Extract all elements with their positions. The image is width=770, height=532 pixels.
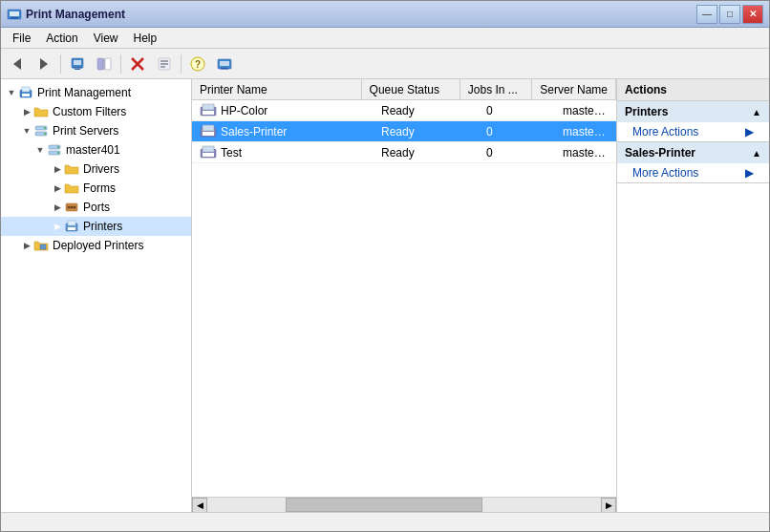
show-hide-button[interactable]	[92, 52, 117, 76]
port-icon	[64, 200, 79, 215]
help-button[interactable]: ?	[185, 52, 210, 76]
expand-forms[interactable]: ▶	[51, 181, 64, 195]
window-icon	[7, 7, 22, 22]
svg-text:?: ?	[195, 59, 201, 70]
col-header-queue-status[interactable]: Queue Status	[362, 79, 460, 99]
actions-section-label-printers: Printers	[625, 105, 668, 118]
toolbar-sep-3	[181, 54, 182, 74]
expand-drivers[interactable]: ▶	[51, 162, 64, 176]
minimize-button[interactable]: —	[696, 5, 717, 24]
svg-point-29	[44, 133, 46, 135]
tree-item-print-servers[interactable]: ▼ Print Servers	[1, 121, 191, 140]
list-item[interactable]: Sales-Printer Ready 0 master401	[192, 121, 616, 142]
tree-label-forms: Forms	[83, 181, 116, 195]
actions-item-printers-more[interactable]: More Actions ▶	[617, 122, 769, 141]
actions-section-sales-printer: Sales-Printer ▲ More Actions ▶	[617, 142, 769, 183]
maximize-button[interactable]: □	[719, 5, 740, 24]
extra-button[interactable]	[212, 52, 237, 76]
actions-title: Actions	[617, 79, 769, 101]
svg-point-37	[74, 206, 76, 209]
list-item[interactable]: HP-Color Ready 0 master401	[192, 100, 616, 121]
delete-button[interactable]	[125, 52, 150, 76]
tree-item-custom-filters[interactable]: ▶ Custom Filters	[1, 102, 191, 121]
list-header: Printer Name Queue Status Jobs In ... Se…	[192, 79, 616, 100]
svg-point-28	[44, 127, 46, 129]
expand-ports[interactable]: ▶	[51, 201, 64, 214]
col-header-server-name[interactable]: Server Name	[532, 79, 616, 99]
actions-item-label: More Actions	[632, 125, 698, 138]
toolbar: ?	[1, 49, 769, 79]
tree-item-printers[interactable]: ▶ Printers	[1, 217, 191, 236]
export-button[interactable]	[152, 52, 177, 76]
server-icon-master401	[47, 142, 62, 158]
printer-icon	[18, 85, 33, 100]
expand-master401[interactable]: ▼	[33, 143, 47, 157]
svg-rect-1	[10, 11, 19, 16]
tree-label-print-management: Print Management	[37, 86, 131, 99]
queue-status: Ready	[374, 123, 479, 140]
svg-rect-49	[203, 146, 214, 152]
svg-rect-10	[105, 58, 111, 70]
scroll-right[interactable]: ▶	[601, 498, 616, 513]
folder-icon-drivers	[64, 161, 79, 177]
tree-item-print-management[interactable]: ▼ Print Management	[1, 83, 191, 102]
tree-item-forms[interactable]: ▶ Forms	[1, 179, 191, 198]
svg-rect-41	[40, 245, 46, 249]
status-bar	[1, 512, 769, 531]
expand-printers[interactable]: ▶	[51, 220, 64, 233]
menu-file[interactable]: File	[5, 30, 38, 47]
expand-print-management[interactable]: ▼	[5, 86, 18, 99]
tree-label-ports: Ports	[83, 201, 110, 214]
col-header-printer-name[interactable]: Printer Name	[192, 79, 362, 99]
jobs-in: 0	[479, 102, 555, 119]
svg-rect-7	[73, 67, 82, 69]
tree-item-drivers[interactable]: ▶ Drivers	[1, 160, 191, 179]
menu-help[interactable]: Help	[126, 30, 165, 47]
svg-rect-50	[203, 153, 214, 157]
forward-button[interactable]	[32, 52, 56, 76]
main-area: ▼ Print Management ▶ Custom Filters ▼	[1, 79, 769, 512]
up-button[interactable]	[65, 52, 90, 76]
actions-section-header-sales-printer[interactable]: Sales-Printer ▲	[617, 142, 769, 163]
arrow-icon-printers: ▶	[745, 125, 754, 138]
tree-label-master401: master401	[66, 143, 120, 157]
svg-rect-21	[220, 61, 229, 66]
chevron-up-printers: ▲	[752, 107, 761, 117]
actions-item-sales-printer-more[interactable]: More Actions ▶	[617, 163, 769, 182]
printer-row-icon	[200, 124, 217, 139]
title-bar: Print Management — □ ✕	[1, 1, 769, 28]
list-item[interactable]: Test Ready 0 master401	[192, 142, 616, 163]
tree-item-deployed-printers[interactable]: ▶ Deployed Printers	[1, 236, 191, 255]
queue-status: Ready	[374, 144, 479, 161]
scroll-left[interactable]: ◀	[192, 498, 207, 513]
folder-icon-custom-filters	[33, 104, 49, 119]
expand-custom-filters[interactable]: ▶	[20, 105, 33, 118]
server-name: master401	[555, 144, 616, 161]
tree-label-drivers: Drivers	[83, 162, 119, 176]
expand-print-servers[interactable]: ▼	[20, 124, 33, 138]
svg-rect-44	[203, 111, 214, 115]
jobs-in: 0	[479, 123, 555, 140]
printer-name: Test	[221, 146, 242, 160]
scroll-track[interactable]	[207, 498, 601, 512]
folder-icon-forms	[64, 181, 79, 196]
jobs-in: 0	[479, 144, 555, 161]
folder-icon-deployed	[33, 238, 49, 253]
scroll-thumb[interactable]	[286, 498, 482, 512]
close-button[interactable]: ✕	[742, 5, 763, 24]
tree-item-ports[interactable]: ▶ Ports	[1, 198, 191, 217]
actions-section-header-printers[interactable]: Printers ▲	[617, 101, 769, 122]
menu-view[interactable]: View	[86, 30, 126, 47]
back-button[interactable]	[5, 52, 30, 76]
col-header-jobs[interactable]: Jobs In ...	[460, 79, 532, 99]
tree-item-master401[interactable]: ▼ master401	[1, 140, 191, 160]
list-panel: Printer Name Queue Status Jobs In ... Se…	[192, 79, 616, 512]
expand-deployed-printers[interactable]: ▶	[20, 239, 33, 252]
svg-rect-39	[68, 221, 75, 225]
actions-panel: Actions Printers ▲ More Actions ▶ Sales-…	[616, 79, 769, 512]
svg-rect-46	[203, 125, 214, 131]
svg-marker-3	[13, 58, 21, 70]
menu-action[interactable]: Action	[38, 30, 85, 47]
svg-point-32	[57, 146, 59, 148]
svg-rect-47	[203, 132, 214, 136]
